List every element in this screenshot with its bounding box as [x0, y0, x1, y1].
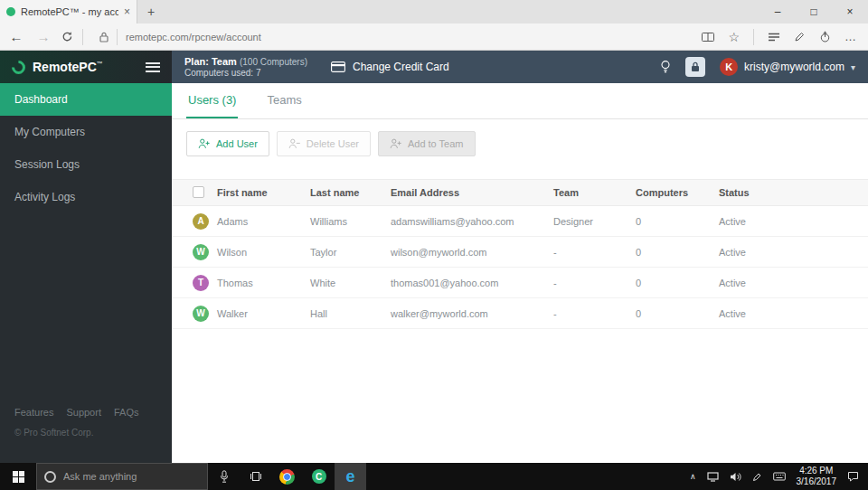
minimize-button[interactable]: – — [760, 0, 796, 24]
clock-time: 4:26 PM — [797, 466, 837, 476]
select-all-checkbox[interactable] — [193, 186, 204, 198]
table-row[interactable]: A Adams Williams adamswilliams@yahoo.com… — [172, 206, 868, 237]
task-view-button[interactable] — [240, 463, 271, 490]
reading-view-button[interactable] — [702, 32, 714, 42]
tab-users[interactable]: Users (3) — [186, 83, 238, 118]
delete-user-label: Delete User — [307, 138, 359, 149]
add-user-label: Add User — [216, 138, 258, 149]
user-avatar: A — [193, 213, 209, 230]
tab-close-icon[interactable]: × — [124, 5, 130, 18]
table-row[interactable]: W Wilson Taylor wilson@myworld.com - 0 A… — [172, 237, 868, 268]
microphone-button[interactable] — [208, 463, 240, 490]
sidebar-item-session-logs[interactable]: Session Logs — [0, 148, 172, 181]
edge-icon: e — [345, 468, 354, 485]
users-table: First name Last name Email Address Team … — [172, 179, 868, 329]
security-lock-button[interactable] — [685, 57, 705, 77]
cell-first-name: Wilson — [217, 247, 310, 258]
add-to-team-button[interactable]: Add to Team — [378, 131, 476, 156]
sidebar-item-dashboard[interactable]: Dashboard — [0, 83, 172, 116]
tips-button[interactable] — [660, 60, 671, 74]
header-actions: K kristy@myworld.com ▾ — [660, 57, 855, 77]
remotepc-favicon-icon — [6, 7, 15, 16]
divider — [753, 29, 754, 45]
close-button[interactable]: × — [832, 0, 868, 24]
link-support[interactable]: Support — [66, 407, 101, 418]
maximize-button[interactable]: □ — [796, 0, 832, 24]
hub-button[interactable] — [768, 32, 780, 42]
forward-button[interactable]: → — [34, 29, 52, 44]
more-button[interactable]: … — [844, 30, 857, 43]
change-credit-card-button[interactable]: Change Credit Card — [331, 61, 449, 73]
cortana-search[interactable] — [36, 463, 208, 490]
delete-user-button[interactable]: Delete User — [277, 131, 371, 156]
cell-email: adamswilliams@yahoo.com — [391, 216, 553, 227]
user-avatar: W — [193, 244, 209, 260]
clock-date: 3/16/2017 — [797, 476, 837, 487]
network-button[interactable] — [707, 472, 719, 482]
table-row[interactable]: W Walker Hall walker@myworld.com - 0 Act… — [172, 298, 868, 329]
browser-tab[interactable]: RemotePC™ - my accou × — [0, 0, 137, 24]
start-button[interactable] — [0, 463, 36, 490]
sidebar-item-my-computers[interactable]: My Computers — [0, 116, 172, 148]
cell-status: Active — [719, 247, 868, 258]
url-field[interactable]: remotepc.com/rpcnew/account — [92, 26, 693, 48]
add-user-button[interactable]: Add User — [186, 131, 269, 156]
back-button[interactable]: ← — [7, 29, 25, 44]
edge-taskbar-button[interactable]: e — [335, 463, 366, 490]
table-row[interactable]: T Thomas White thomas001@yahoo.com - 0 A… — [172, 268, 868, 298]
hamburger-icon — [146, 62, 160, 72]
taskbar-clock[interactable]: 4:26 PM 3/16/2017 — [797, 466, 837, 487]
lightbulb-icon — [660, 60, 671, 74]
user-avatar: W — [193, 306, 209, 322]
user-avatar: T — [193, 275, 209, 291]
cell-status: Active — [719, 308, 868, 319]
content-tabs: Users (3) Teams — [172, 83, 868, 119]
link-features[interactable]: Features — [14, 407, 53, 418]
cell-team: - — [553, 308, 636, 319]
sidebar-item-activity-logs[interactable]: Activity Logs — [0, 181, 172, 213]
volume-button[interactable] — [730, 472, 741, 482]
action-center-button[interactable] — [847, 471, 859, 482]
windows-logo-icon — [13, 471, 24, 483]
speaker-icon — [730, 472, 741, 482]
browser-titlebar: RemotePC™ - my accou × + – □ × — [0, 0, 868, 24]
touch-keyboard-button[interactable] — [773, 472, 786, 481]
cell-status: Active — [719, 278, 868, 288]
cell-last-name: Williams — [310, 216, 391, 227]
cell-last-name: White — [310, 278, 391, 288]
sidebar-nav: Dashboard My Computers Session Logs Acti… — [0, 83, 172, 213]
microphone-icon — [220, 470, 229, 483]
addressbar-actions: ☆ … — [702, 29, 861, 45]
account-menu[interactable]: K kristy@myworld.com ▾ — [720, 58, 855, 76]
col-email: Email Address — [391, 187, 553, 198]
link-faqs[interactable]: FAQs — [114, 407, 139, 418]
chrome-icon — [279, 469, 295, 485]
share-button[interactable] — [819, 31, 831, 42]
col-team: Team — [553, 187, 636, 198]
cortana-icon — [44, 471, 56, 483]
show-hidden-icons-button[interactable]: ∧ — [690, 472, 696, 481]
remotepc-taskbar-button[interactable]: C — [303, 463, 335, 490]
chrome-taskbar-button[interactable] — [271, 463, 303, 490]
lock-icon — [691, 61, 700, 72]
sidebar-menu-toggle[interactable] — [146, 62, 160, 72]
url-text[interactable]: remotepc.com/rpcnew/account — [126, 32, 685, 42]
tab-teams[interactable]: Teams — [265, 83, 303, 118]
pen-settings-button[interactable] — [752, 472, 762, 482]
app-window: RemotePC™ Dashboard My Computers Session… — [0, 51, 868, 463]
col-first-name: First name — [217, 187, 310, 198]
add-to-team-icon — [390, 138, 401, 149]
web-note-pen-icon — [794, 31, 806, 42]
system-tray: ∧ 4:26 PM 3/16/2017 — [690, 466, 868, 487]
keyboard-icon — [773, 472, 786, 481]
change-credit-card-label: Change Credit Card — [353, 61, 449, 73]
cell-team: Designer — [553, 216, 636, 227]
web-note-button[interactable] — [794, 31, 806, 42]
reading-view-icon — [702, 32, 714, 42]
taskbar-search-input[interactable] — [63, 471, 181, 482]
https-lock-icon — [99, 32, 108, 42]
refresh-button[interactable] — [61, 31, 73, 42]
notification-icon — [847, 471, 859, 482]
favorites-star-button[interactable]: ☆ — [728, 30, 740, 44]
new-tab-button[interactable]: + — [137, 0, 165, 24]
